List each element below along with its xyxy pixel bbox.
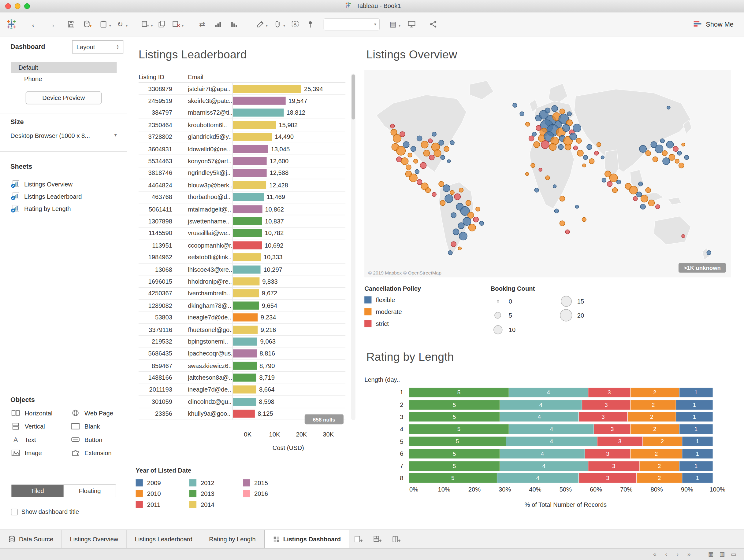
cost-bar[interactable] bbox=[233, 169, 267, 177]
leaderboard-row[interactable]: 2350464kroubottom6l..15,982 bbox=[139, 119, 345, 131]
previous-sheet-button[interactable]: ‹ bbox=[661, 551, 672, 558]
map-point[interactable] bbox=[408, 153, 412, 158]
map-point[interactable] bbox=[582, 217, 587, 222]
cost-bar[interactable] bbox=[233, 145, 268, 153]
leaderboard-row[interactable]: 3308979jstclair7t@apa..25,394 bbox=[139, 83, 345, 95]
cost-bar[interactable] bbox=[233, 313, 258, 321]
cost-bar[interactable] bbox=[233, 205, 262, 213]
rating-segment[interactable]: 5 bbox=[409, 461, 500, 471]
object-horizontal[interactable]: Horizontal bbox=[10, 409, 70, 417]
map-point[interactable] bbox=[451, 212, 457, 218]
leaderboard-scrollbar[interactable] bbox=[351, 73, 356, 420]
rating-segment[interactable]: 3 bbox=[579, 474, 637, 483]
rating-segment[interactable]: 4 bbox=[500, 400, 582, 410]
cost-bar[interactable] bbox=[233, 289, 259, 297]
leaderboard-row[interactable]: 5534463konyon57@art..12,600 bbox=[139, 155, 345, 167]
cost-bar[interactable] bbox=[233, 362, 257, 369]
map-point[interactable] bbox=[411, 146, 416, 152]
map-point[interactable] bbox=[597, 143, 601, 147]
map-point[interactable] bbox=[453, 228, 459, 235]
map-point[interactable] bbox=[562, 124, 570, 132]
map-point[interactable] bbox=[451, 241, 457, 247]
map-point[interactable] bbox=[552, 105, 558, 112]
map-point[interactable] bbox=[640, 204, 646, 210]
fit-selector[interactable]: ▾ bbox=[324, 18, 380, 30]
map-point[interactable] bbox=[638, 182, 643, 187]
cancellation-legend-item[interactable]: moderate bbox=[364, 308, 402, 315]
leaderboard-row[interactable]: 384797mbarniss72@ti..18,812 bbox=[139, 107, 345, 119]
map-point[interactable] bbox=[541, 141, 550, 149]
cancellation-legend-item[interactable]: flexible bbox=[364, 296, 402, 303]
world-map[interactable]: © 2019 Mapbox © OpenStreetMap >1K unknow… bbox=[364, 70, 731, 278]
filmstrip-view-button[interactable]: ▥ bbox=[716, 551, 728, 558]
column-header-listing-id[interactable]: Listing ID bbox=[139, 73, 172, 82]
map-point[interactable] bbox=[443, 184, 450, 192]
object-text[interactable]: AText bbox=[10, 436, 70, 443]
object-extension[interactable]: Extension bbox=[70, 449, 120, 457]
leaderboard-row[interactable]: 463768thorbathoo@d..11,469 bbox=[139, 191, 345, 203]
rating-segment[interactable]: 1 bbox=[682, 474, 712, 483]
map-point[interactable] bbox=[458, 222, 464, 229]
map-point[interactable] bbox=[390, 124, 395, 129]
tab-listings-dashboard[interactable]: Listings Dashboard bbox=[264, 530, 349, 548]
year-legend-item[interactable]: 2016 bbox=[243, 490, 268, 497]
leaderboard-row[interactable]: 3604931ldowelld0@ne..13,045 bbox=[139, 143, 345, 155]
cost-bar[interactable] bbox=[233, 121, 276, 129]
cost-bar[interactable] bbox=[233, 350, 257, 358]
rating-segment[interactable]: 2 bbox=[631, 449, 682, 458]
map-point[interactable] bbox=[450, 140, 455, 145]
map-point[interactable] bbox=[454, 193, 461, 200]
map-point[interactable] bbox=[616, 180, 621, 185]
map-point[interactable] bbox=[576, 138, 582, 144]
map-point[interactable] bbox=[479, 221, 484, 226]
map-point[interactable] bbox=[415, 169, 420, 174]
new-worksheet-button[interactable] bbox=[140, 18, 151, 30]
rating-segment[interactable]: 3 bbox=[588, 388, 631, 397]
show-dashboard-title-row[interactable]: Show dashboard title bbox=[11, 508, 79, 515]
rating-segment[interactable]: 1 bbox=[682, 437, 712, 446]
first-sheet-button[interactable]: « bbox=[649, 551, 661, 558]
tab-listings-overview[interactable]: Listings Overview bbox=[62, 530, 127, 548]
rating-segment[interactable]: 4 bbox=[500, 449, 585, 458]
show-me-button[interactable]: Show Me bbox=[693, 19, 738, 29]
floating-button[interactable]: Floating bbox=[63, 485, 116, 497]
leaderboard-row[interactable]: 3728802glandrickd5@y..14,490 bbox=[139, 131, 345, 143]
map-point[interactable] bbox=[662, 150, 668, 156]
new-data-source-button[interactable] bbox=[82, 18, 93, 30]
map-point[interactable] bbox=[641, 195, 648, 202]
highlight-button[interactable] bbox=[254, 18, 265, 30]
year-legend-item[interactable]: 2010 bbox=[136, 490, 161, 497]
tab-rating-by-length[interactable]: Rating by Length bbox=[201, 530, 264, 548]
object-image[interactable]: Image bbox=[10, 449, 70, 457]
map-point[interactable] bbox=[577, 150, 584, 157]
sheet-sorter-button[interactable]: ▦ bbox=[705, 551, 716, 558]
rating-segment[interactable]: 2 bbox=[631, 425, 679, 434]
leaderboard-row[interactable]: 5686435lpachecoqr@us..8,816 bbox=[139, 348, 345, 360]
map-point[interactable] bbox=[519, 111, 524, 116]
map-point[interactable] bbox=[678, 163, 684, 168]
rating-segment[interactable]: 5 bbox=[409, 425, 509, 434]
paste-dropdown[interactable]: ▾ bbox=[109, 24, 111, 28]
map-point[interactable] bbox=[660, 138, 665, 143]
rating-segment[interactable]: 4 bbox=[497, 474, 579, 483]
device-phone-item[interactable]: Phone bbox=[11, 73, 117, 84]
map-point[interactable] bbox=[681, 143, 685, 147]
last-sheet-button[interactable]: » bbox=[683, 551, 695, 558]
scrollbar-thumb[interactable] bbox=[351, 75, 355, 120]
column-header-email[interactable]: Email bbox=[172, 73, 232, 82]
map-point[interactable] bbox=[573, 146, 578, 150]
rating-segment[interactable]: 2 bbox=[628, 412, 676, 422]
map-point[interactable] bbox=[545, 108, 551, 113]
swap-rows-columns-button[interactable]: ⇄ bbox=[196, 18, 208, 30]
presentation-view-button[interactable]: ▭ bbox=[728, 551, 739, 558]
rating-segment[interactable]: 1 bbox=[679, 425, 712, 434]
refresh-data-dropdown[interactable]: ▾ bbox=[126, 24, 127, 28]
map-point[interactable] bbox=[567, 111, 572, 116]
undo-button[interactable]: ← bbox=[29, 18, 41, 30]
new-dashboard-tab[interactable] bbox=[368, 530, 387, 548]
cost-bar[interactable] bbox=[233, 97, 286, 105]
map-point[interactable] bbox=[466, 200, 472, 206]
leaderboard-row[interactable]: 4464824blouw3p@berk..12,428 bbox=[139, 179, 345, 191]
map-point[interactable] bbox=[432, 132, 437, 137]
rating-segment[interactable]: 5 bbox=[409, 449, 500, 458]
